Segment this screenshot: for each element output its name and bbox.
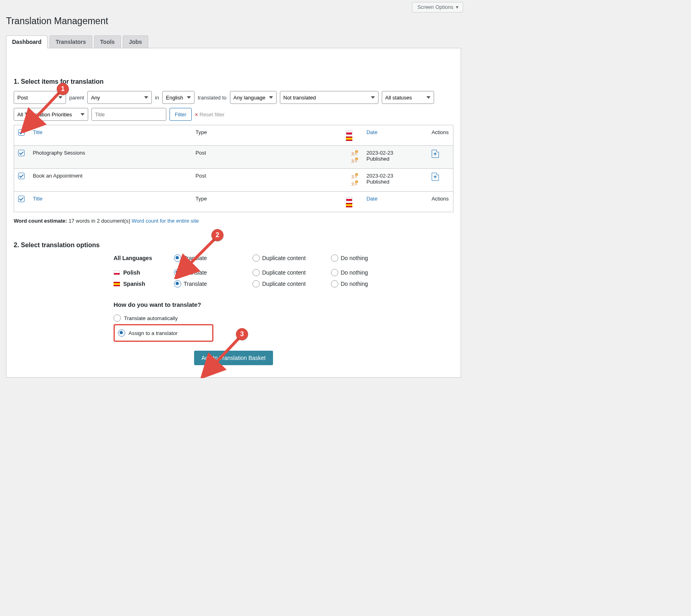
word-count-site-link[interactable]: Word count for the entire site bbox=[132, 218, 199, 224]
needs-translation-icon[interactable]: 文A+ bbox=[351, 150, 358, 157]
row-date: 2023-02-23 bbox=[366, 150, 393, 156]
svg-text:+: + bbox=[356, 158, 357, 160]
all-duplicate-option[interactable]: Duplicate content bbox=[252, 254, 311, 262]
polish-nothing-radio[interactable] bbox=[331, 269, 338, 276]
row-publish-status: Published bbox=[366, 156, 389, 162]
col-title-footer[interactable]: Title bbox=[33, 196, 42, 202]
section1-heading: 1. Select items for translation bbox=[14, 78, 453, 85]
needs-translation-icon[interactable]: 文A+ bbox=[351, 180, 358, 187]
add-document-icon[interactable] bbox=[432, 173, 439, 181]
row-title: Photography Sessions bbox=[29, 146, 191, 169]
col-title-header[interactable]: Title bbox=[33, 129, 42, 135]
svg-text:+: + bbox=[356, 181, 357, 183]
parent-label: parent bbox=[69, 95, 84, 101]
in-label: in bbox=[155, 95, 159, 101]
spanish-translate-radio[interactable] bbox=[174, 280, 181, 287]
all-nothing-option[interactable]: Do nothing bbox=[331, 254, 389, 262]
svg-text:+: + bbox=[356, 174, 357, 176]
polish-nothing-option[interactable]: Do nothing bbox=[331, 269, 389, 276]
filter-title-input[interactable] bbox=[91, 108, 166, 121]
filter-button[interactable]: Filter bbox=[170, 108, 192, 121]
section2-heading: 2. Select translation options bbox=[14, 242, 453, 249]
translated-to-label: translated to bbox=[198, 95, 227, 101]
table-row: Photography Sessions Post 文A+ 文A+ 2023-0… bbox=[14, 146, 453, 169]
polish-flag-icon bbox=[346, 197, 352, 201]
all-duplicate-radio[interactable] bbox=[252, 254, 260, 262]
assign-translator-option[interactable]: Assign to a translator bbox=[118, 327, 209, 339]
screen-options-button[interactable]: Screen Options ▾ bbox=[412, 2, 463, 12]
select-all-checkbox[interactable] bbox=[18, 129, 25, 136]
word-count-text: 17 words in 2 document(s) bbox=[68, 218, 130, 224]
spanish-nothing-radio[interactable] bbox=[331, 280, 338, 287]
highlight-box: Assign to a translator bbox=[114, 324, 213, 342]
col-date-footer[interactable]: Date bbox=[366, 196, 377, 202]
assign-translator-radio[interactable] bbox=[118, 329, 125, 337]
annotation-badge-1: 1 bbox=[57, 83, 69, 95]
close-icon: × bbox=[195, 112, 198, 118]
col-langs-header bbox=[342, 125, 362, 146]
word-count: Word count estimate: 17 words in 2 docum… bbox=[14, 218, 453, 224]
all-translate-option[interactable]: Translate bbox=[174, 254, 232, 262]
all-translate-radio[interactable] bbox=[174, 254, 181, 262]
spanish-duplicate-option[interactable]: Duplicate content bbox=[252, 280, 311, 287]
tabs: Dashboard Translators Tools Jobs bbox=[6, 35, 461, 48]
option-row-all-languages: All Languages Translate Duplicate conten… bbox=[114, 254, 453, 262]
row-checkbox[interactable] bbox=[18, 173, 25, 179]
row-publish-status: Published bbox=[366, 179, 389, 185]
row-checkbox[interactable] bbox=[18, 150, 25, 156]
filter-status[interactable]: All statuses bbox=[382, 91, 434, 104]
annotation-badge-3: 3 bbox=[236, 328, 248, 340]
col-langs-footer bbox=[342, 192, 362, 212]
polish-duplicate-radio[interactable] bbox=[252, 269, 260, 276]
needs-translation-icon[interactable]: 文A+ bbox=[351, 173, 358, 180]
svg-text:+: + bbox=[356, 151, 357, 153]
filter-source-lang[interactable]: English bbox=[162, 91, 194, 104]
page-title: Translation Management bbox=[0, 12, 467, 35]
filter-translation-status[interactable]: Not translated bbox=[280, 91, 379, 104]
spanish-label: Spanish bbox=[123, 281, 145, 287]
items-table: Title Type Date Actions Photography Sess… bbox=[14, 125, 453, 212]
table-row: Book an Appointment Post 文A+ 文A+ 2023-02… bbox=[14, 169, 453, 192]
how-translate-heading: How do you want to translate? bbox=[114, 301, 453, 308]
polish-translate-radio[interactable] bbox=[174, 269, 181, 276]
tab-tools[interactable]: Tools bbox=[94, 35, 121, 48]
chevron-down-icon: ▾ bbox=[456, 4, 459, 10]
col-actions-header: Actions bbox=[428, 125, 453, 146]
screen-options-label: Screen Options bbox=[417, 4, 453, 10]
add-to-basket-button[interactable]: Add to Translation Basket bbox=[194, 351, 273, 365]
col-date-header[interactable]: Date bbox=[366, 129, 377, 135]
spanish-flag-icon bbox=[114, 282, 120, 286]
col-actions-footer: Actions bbox=[428, 192, 453, 212]
filter-row-2: All Translation Priorities Filter × Rese… bbox=[14, 108, 453, 121]
polish-flag-icon bbox=[346, 130, 352, 135]
spanish-translate-option[interactable]: Translate bbox=[174, 280, 232, 287]
row-title: Book an Appointment bbox=[29, 169, 191, 192]
select-all-checkbox-footer[interactable] bbox=[18, 196, 25, 202]
filter-target-lang[interactable]: Any language bbox=[230, 91, 277, 104]
needs-translation-icon[interactable]: 文A+ bbox=[351, 157, 358, 164]
polish-duplicate-option[interactable]: Duplicate content bbox=[252, 269, 311, 276]
tab-translators[interactable]: Translators bbox=[50, 35, 92, 48]
filter-parent[interactable]: Any bbox=[87, 91, 152, 104]
add-document-icon[interactable] bbox=[432, 150, 439, 158]
reset-filter-label: Reset filter bbox=[199, 112, 224, 118]
row-type: Post bbox=[192, 169, 342, 192]
row-date: 2023-02-23 bbox=[366, 173, 393, 179]
tab-jobs[interactable]: Jobs bbox=[123, 35, 148, 48]
filter-row-1: Post parent Any in English translated to… bbox=[14, 91, 453, 104]
option-row-spanish: Spanish Translate Duplicate content Do n… bbox=[114, 280, 453, 287]
polish-flag-icon bbox=[114, 271, 120, 275]
all-nothing-radio[interactable] bbox=[331, 254, 338, 262]
polish-translate-option[interactable]: Translate bbox=[174, 269, 232, 276]
translate-auto-option[interactable]: Translate automatically bbox=[114, 312, 453, 324]
tab-dashboard[interactable]: Dashboard bbox=[6, 35, 48, 48]
translate-auto-radio[interactable] bbox=[114, 314, 121, 322]
option-row-polish: Polish Translate Duplicate content Do no… bbox=[114, 269, 453, 276]
spanish-duplicate-radio[interactable] bbox=[252, 280, 260, 287]
spanish-flag-icon bbox=[346, 136, 352, 141]
spanish-flag-icon bbox=[346, 203, 352, 207]
spanish-nothing-option[interactable]: Do nothing bbox=[331, 280, 389, 287]
filter-priority[interactable]: All Translation Priorities bbox=[14, 108, 88, 121]
reset-filter-button[interactable]: × Reset filter bbox=[195, 112, 225, 118]
word-count-label: Word count estimate: bbox=[14, 218, 67, 224]
